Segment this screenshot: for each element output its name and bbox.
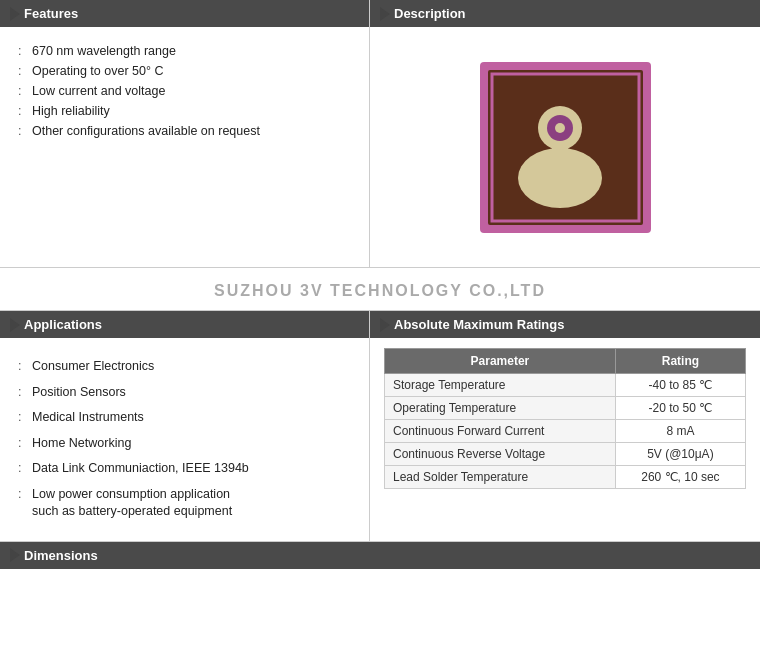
table-row: Storage Temperature-40 to 85 ℃ — [385, 374, 746, 397]
rating-cell: -40 to 85 ℃ — [615, 374, 745, 397]
table-row: Continuous Reverse Voltage5V (@10μA) — [385, 443, 746, 466]
features-title: Features — [24, 6, 78, 21]
features-list: 670 nm wavelength range Operating to ove… — [14, 37, 355, 145]
description-header-row: Description — [370, 0, 760, 27]
list-item: Position Sensors — [14, 380, 355, 406]
param-cell: Continuous Forward Current — [385, 420, 616, 443]
features-panel: Features 670 nm wavelength range Operati… — [0, 0, 370, 267]
features-header-row: Features — [0, 0, 369, 27]
rating-cell: 8 mA — [615, 420, 745, 443]
main-container: Features 670 nm wavelength range Operati… — [0, 0, 760, 569]
ratings-header-row: Absolute Maximum Ratings — [370, 311, 760, 338]
list-item: Operating to over 50° C — [14, 61, 355, 81]
applications-title: Applications — [24, 317, 102, 332]
list-item: Medical Instruments — [14, 405, 355, 431]
rating-cell: 5V (@10μA) — [615, 443, 745, 466]
list-item: Consumer Electronics — [14, 354, 355, 380]
features-arrow-icon — [10, 7, 20, 21]
watermark: SUZHOU 3V TECHNOLOGY CO.,LTD — [0, 268, 760, 311]
description-content — [370, 27, 760, 267]
table-row: Continuous Forward Current8 mA — [385, 420, 746, 443]
applications-panel: Applications Consumer Electronics Positi… — [0, 311, 370, 541]
list-item: High reliability — [14, 101, 355, 121]
dimensions-section: Dimensions — [0, 542, 760, 569]
top-section: Features 670 nm wavelength range Operati… — [0, 0, 760, 268]
description-title: Description — [394, 6, 466, 21]
col-rating-header: Rating — [615, 349, 745, 374]
ratings-title: Absolute Maximum Ratings — [394, 317, 564, 332]
col-param-header: Parameter — [385, 349, 616, 374]
ratings-arrow-icon — [380, 318, 390, 332]
param-cell: Continuous Reverse Voltage — [385, 443, 616, 466]
applications-header-row: Applications — [0, 311, 369, 338]
table-row: Operating Temperature-20 to 50 ℃ — [385, 397, 746, 420]
table-header-row: Parameter Rating — [385, 349, 746, 374]
list-item: Home Networking — [14, 431, 355, 457]
dimensions-header-row: Dimensions — [0, 542, 760, 569]
list-item: Data Link Communiaction, IEEE 1394b — [14, 456, 355, 482]
description-arrow-icon — [380, 7, 390, 21]
applications-content: Consumer Electronics Position Sensors Me… — [0, 338, 369, 541]
rating-cell: 260 ℃, 10 sec — [615, 466, 745, 489]
list-item: Low current and voltage — [14, 81, 355, 101]
applications-arrow-icon — [10, 318, 20, 332]
rating-cell: -20 to 50 ℃ — [615, 397, 745, 420]
table-row: Lead Solder Temperature260 ℃, 10 sec — [385, 466, 746, 489]
ratings-table: Parameter Rating Storage Temperature-40 … — [384, 348, 746, 489]
param-cell: Lead Solder Temperature — [385, 466, 616, 489]
applications-list: Consumer Electronics Position Sensors Me… — [14, 348, 355, 531]
bottom-section: Applications Consumer Electronics Positi… — [0, 311, 760, 542]
list-item: Other configurations available on reques… — [14, 121, 355, 141]
param-cell: Storage Temperature — [385, 374, 616, 397]
features-content: 670 nm wavelength range Operating to ove… — [0, 27, 369, 155]
svg-point-7 — [555, 123, 565, 133]
dimensions-arrow-icon — [10, 548, 20, 562]
ratings-content: Parameter Rating Storage Temperature-40 … — [370, 338, 760, 499]
list-item: 670 nm wavelength range — [14, 41, 355, 61]
param-cell: Operating Temperature — [385, 397, 616, 420]
chip-diagram — [478, 60, 653, 235]
description-panel: Description — [370, 0, 760, 267]
ratings-panel: Absolute Maximum Ratings Parameter Ratin… — [370, 311, 760, 541]
list-item: Low power consumption application such a… — [14, 482, 355, 525]
dimensions-title: Dimensions — [24, 548, 98, 563]
